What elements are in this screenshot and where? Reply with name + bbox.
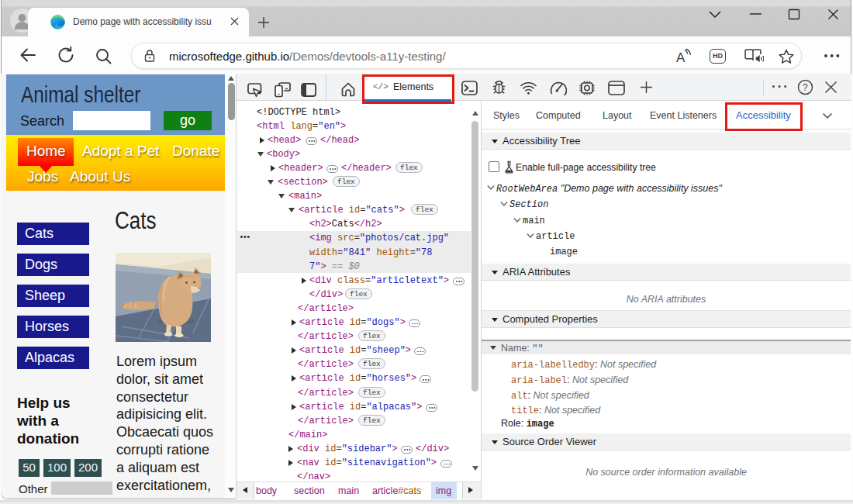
- svg-text:?: ?: [803, 82, 808, 93]
- svg-text:A: A: [676, 50, 686, 64]
